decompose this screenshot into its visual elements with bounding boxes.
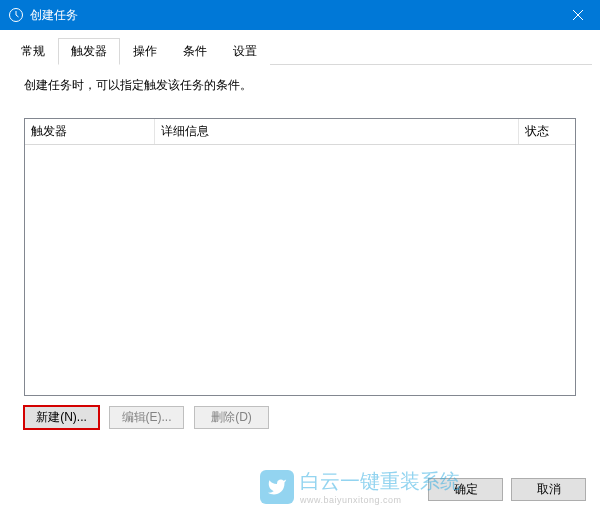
delete-button: 删除(D) (194, 406, 269, 429)
col-detail-header[interactable]: 详细信息 (155, 119, 519, 144)
tab-content: 创建任务时，可以指定触发该任务的条件。 触发器 详细信息 状态 新建(N)...… (8, 65, 592, 441)
close-button[interactable] (555, 0, 600, 30)
table-header: 触发器 详细信息 状态 (25, 119, 575, 145)
description-text: 创建任务时，可以指定触发该任务的条件。 (24, 77, 576, 94)
tabs-container: 常规 触发器 操作 条件 设置 创建任务时，可以指定触发该任务的条件。 触发器 … (8, 38, 592, 441)
col-status-header[interactable]: 状态 (519, 119, 575, 144)
dialog-footer: 确定 取消 (0, 465, 600, 513)
edit-button: 编辑(E)... (109, 406, 184, 429)
ok-button[interactable]: 确定 (428, 478, 503, 501)
action-buttons: 新建(N)... 编辑(E)... 删除(D) (24, 406, 576, 429)
titlebar: 创建任务 (0, 0, 600, 30)
col-trigger-header[interactable]: 触发器 (25, 119, 155, 144)
window-title: 创建任务 (30, 7, 555, 24)
cancel-button[interactable]: 取消 (511, 478, 586, 501)
new-button[interactable]: 新建(N)... (24, 406, 99, 429)
tab-settings[interactable]: 设置 (220, 38, 270, 65)
clock-icon (8, 7, 24, 23)
triggers-table[interactable]: 触发器 详细信息 状态 (24, 118, 576, 396)
tab-general[interactable]: 常规 (8, 38, 58, 65)
tab-actions[interactable]: 操作 (120, 38, 170, 65)
tab-conditions[interactable]: 条件 (170, 38, 220, 65)
table-body (25, 145, 575, 397)
tabs: 常规 触发器 操作 条件 设置 (8, 38, 592, 65)
tab-triggers[interactable]: 触发器 (58, 38, 120, 65)
